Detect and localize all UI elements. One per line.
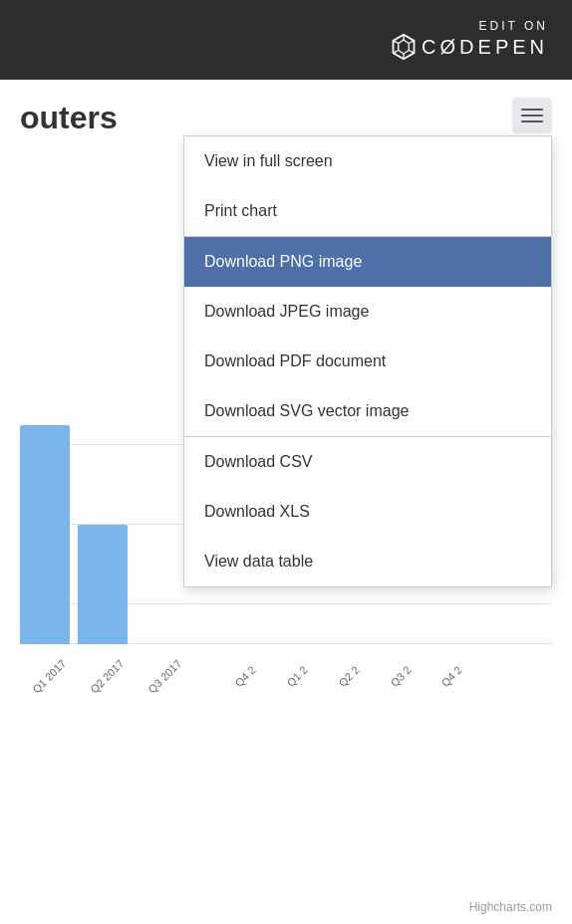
menu-item-download-svg[interactable]: Download SVG vector image <box>184 386 551 436</box>
x-labels: Q1 2017 Q2 2017 Q3 2017 <box>20 672 185 684</box>
menu-item-download-xls[interactable]: Download XLS <box>184 487 551 537</box>
menu-item-download-jpeg[interactable]: Download JPEG image <box>184 287 551 337</box>
page-title: outers <box>0 80 572 136</box>
hamburger-menu-button[interactable] <box>512 98 552 133</box>
menu-item-print-chart[interactable]: Print chart <box>184 186 551 236</box>
hamburger-line-2 <box>521 115 543 116</box>
x-label-q1-2: Q1 2 <box>284 664 309 689</box>
x-label-q1: Q1 2017 <box>27 654 71 698</box>
hamburger-line-3 <box>521 120 543 122</box>
menu-item-view-data-table[interactable]: View data table <box>184 537 551 586</box>
bar-q2 <box>78 525 128 644</box>
bar-q1 <box>20 425 70 644</box>
menu-item-download-csv[interactable]: Download CSV <box>184 437 551 487</box>
x-label-q3-2: Q3 2 <box>388 664 413 689</box>
menu-item-download-png[interactable]: Download PNG image <box>184 237 551 287</box>
codepen-brand-text: CØDEPEN <box>422 36 548 59</box>
codepen-branding: EDIT ON CØDEPEN <box>390 19 548 61</box>
hamburger-line-1 <box>521 109 543 111</box>
x-label-q4-2: Q4 2 <box>439 664 464 689</box>
chart-bars <box>20 425 128 644</box>
menu-item-download-pdf[interactable]: Download PDF document <box>184 337 551 386</box>
x-label-q2: Q2 2017 <box>85 654 129 698</box>
codepen-name: CØDEPEN <box>390 33 548 61</box>
x-label-q3: Q3 2017 <box>143 654 186 698</box>
codepen-hex-icon <box>390 33 418 61</box>
highcharts-attribution: Highcharts.com <box>469 900 552 914</box>
svg-marker-1 <box>399 40 410 54</box>
main-content: outers Q1 2017 Q2 2017 Q3 2017 Q4 2 Q1 2… <box>0 80 572 924</box>
x-label-q4-1: Q4 2 <box>232 664 257 689</box>
x-labels-right: Q4 2 Q1 2 Q2 2 Q3 2 Q4 2 <box>229 672 459 684</box>
dropdown-menu: View in full screen Print chart Download… <box>183 135 552 587</box>
menu-item-view-fullscreen[interactable]: View in full screen <box>184 136 551 186</box>
x-label-q2-2: Q2 2 <box>336 664 361 689</box>
top-bar: EDIT ON CØDEPEN <box>0 0 572 80</box>
edit-on-text: EDIT ON <box>479 19 548 33</box>
